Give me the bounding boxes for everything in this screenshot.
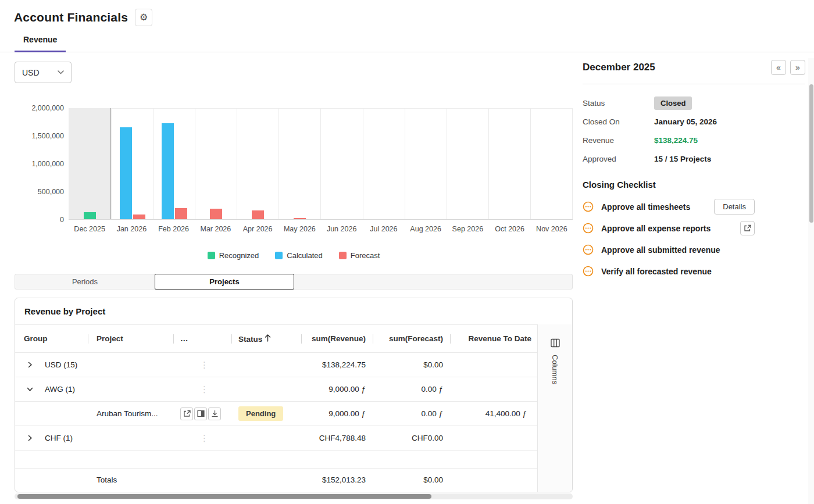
vertical-scrollbar[interactable] (808, 58, 814, 504)
legend-item-forecast[interactable]: Forecast (339, 251, 380, 260)
chart-x-axis: Dec 2025Jan 2026Feb 2026Mar 2026Apr 2026… (69, 225, 573, 233)
table-row-group-chf[interactable]: CHF (1) ⋮ CHF4,788.48 CHF0.00 (15, 426, 538, 451)
columns-grid-icon (551, 338, 560, 348)
previous-period-button[interactable]: « (771, 60, 786, 75)
y-axis-tick-label: 1,000,000 (31, 160, 64, 168)
chevron-right-icon[interactable] (27, 435, 33, 441)
horizontal-scrollbar[interactable] (15, 494, 573, 499)
chart-column-feb-2026 (153, 108, 195, 219)
revenue-table: Group Project … Status sum(Revenue) (15, 324, 538, 492)
sort-ascending-icon (265, 334, 271, 342)
currency-select[interactable]: USD (15, 62, 72, 83)
open-project-button[interactable] (180, 408, 193, 420)
toggle-periods[interactable]: Periods (15, 274, 155, 289)
column-header-sum-forecast[interactable]: sum(Forecast) (373, 325, 450, 353)
legend-item-recognized[interactable]: Recognized (208, 251, 259, 260)
table-header-row: Group Project … Status sum(Revenue) (15, 325, 538, 353)
table-row-group-usd[interactable]: USD (15) ⋮ $138,224.75 $0.00 (15, 353, 538, 377)
column-header-revenue-to-date[interactable]: Revenue To Date (450, 325, 538, 353)
column-header-status[interactable]: Status (231, 325, 301, 353)
checklist-item-label: Verify all forecasted revenue (601, 267, 712, 276)
chart-column-oct-2026 (488, 108, 530, 219)
column-header-actions[interactable]: … (173, 325, 231, 353)
chart-bar-forecast (252, 210, 264, 219)
toggle-projects[interactable]: Projects (155, 274, 294, 289)
view-toggle: Periods Projects (15, 274, 573, 289)
legend-swatch (339, 252, 347, 259)
revenue-to-date-cell: 41,400.00 ƒ (450, 402, 538, 426)
sum-revenue-cell: 9,000.00 ƒ (301, 402, 373, 426)
table-row-empty (15, 451, 538, 469)
loading-placeholder: ⋮ (173, 433, 209, 443)
loading-placeholder: ⋮ (173, 384, 209, 394)
columns-button[interactable]: Columns (537, 324, 572, 492)
details-button[interactable]: Details (714, 199, 755, 215)
side-panel-button[interactable] (194, 408, 207, 420)
sum-revenue-cell: $138,224.75 (301, 353, 373, 377)
chart-plot-area (69, 108, 573, 220)
sum-forecast-cell: CHF0.00 (373, 426, 450, 451)
y-axis-tick-label: 500,000 (38, 188, 64, 196)
column-header-sum-revenue[interactable]: sum(Revenue) (301, 325, 373, 353)
y-axis-tick-label: 2,000,000 (31, 104, 64, 112)
legend-label: Recognized (219, 251, 259, 260)
chevron-down-icon[interactable] (27, 386, 33, 392)
period-detail-panel: December 2025 « » Status Closed Closed O… (583, 52, 805, 499)
page-header: Account Financials ⚙ Revenue (0, 0, 814, 52)
x-axis-label: Sep 2026 (447, 225, 488, 233)
chart-legend: RecognizedCalculatedForecast (15, 251, 573, 260)
totals-forecast-cell: $0.00 (373, 469, 450, 492)
chart-column-mar-2026 (195, 108, 237, 219)
chevron-right-icon[interactable] (27, 362, 33, 368)
chart-y-axis: 2,000,0001,500,0001,000,000500,0000 (15, 108, 64, 220)
group-label: AWG (1) (45, 385, 75, 394)
approved-value: 15 / 15 Projects (654, 155, 711, 163)
x-axis-label: Aug 2026 (405, 225, 447, 233)
legend-item-calculated[interactable]: Calculated (275, 251, 322, 260)
revenue-value: $138,224.75 (654, 136, 698, 145)
chart-bar-calculated (120, 127, 132, 219)
table-row-group-awg[interactable]: AWG (1) ⋮ 9,000.00 ƒ 0.00 ƒ (15, 377, 538, 402)
chart-bar-forecast (133, 215, 145, 219)
field-label: Closed On (583, 117, 654, 126)
download-button[interactable] (208, 408, 221, 420)
x-axis-label: Jun 2026 (321, 225, 363, 233)
download-icon (211, 410, 219, 417)
y-axis-tick-label: 1,500,000 (31, 132, 64, 140)
checklist-item-label: Approve all expense reports (601, 224, 711, 233)
horizontal-scrollbar-thumb[interactable] (17, 494, 431, 499)
x-axis-label: May 2026 (279, 225, 320, 233)
period-pager: « » (771, 60, 805, 75)
next-period-button[interactable]: » (790, 60, 805, 75)
field-label: Status (583, 99, 654, 108)
chart-column-nov-2026 (530, 108, 573, 219)
chart-column-apr-2026 (237, 108, 279, 219)
panel-title: Revenue by Project (15, 298, 572, 324)
sum-revenue-cell: 9,000.00 ƒ (301, 377, 373, 402)
totals-revenue-cell: $152,013.23 (301, 469, 373, 492)
sum-forecast-cell: $0.00 (373, 353, 450, 377)
checklist-item-expense-reports: Approve all expense reports (583, 220, 755, 236)
tab-revenue[interactable]: Revenue (15, 35, 66, 52)
table-row-project-aruban-tourism[interactable]: Aruban Tourism... (15, 402, 538, 426)
vertical-scrollbar-thumb[interactable] (809, 84, 813, 223)
column-header-group[interactable]: Group (15, 325, 88, 353)
column-header-project[interactable]: Project (88, 325, 173, 353)
pending-status-icon (583, 201, 594, 212)
double-chevron-right-icon: » (795, 63, 800, 72)
chart-bar-recognized (84, 212, 96, 219)
chart-bar-forecast (210, 209, 222, 219)
totals-label: Totals (88, 469, 173, 492)
period-title: December 2025 (583, 62, 655, 73)
settings-button[interactable]: ⚙ (135, 9, 152, 26)
x-axis-label: Jan 2026 (110, 225, 152, 233)
group-label: CHF (1) (45, 434, 73, 442)
field-approved: Approved 15 / 15 Projects (583, 149, 805, 168)
field-revenue: Revenue $138,224.75 (583, 131, 805, 149)
chart-column-dec-2025 (69, 108, 111, 219)
open-expense-reports-button[interactable] (740, 221, 755, 235)
project-name[interactable]: Aruban Tourism... (88, 402, 173, 426)
x-axis-label: Feb 2026 (153, 225, 195, 233)
chart-column-aug-2026 (405, 108, 447, 219)
chevron-down-icon (58, 70, 64, 74)
